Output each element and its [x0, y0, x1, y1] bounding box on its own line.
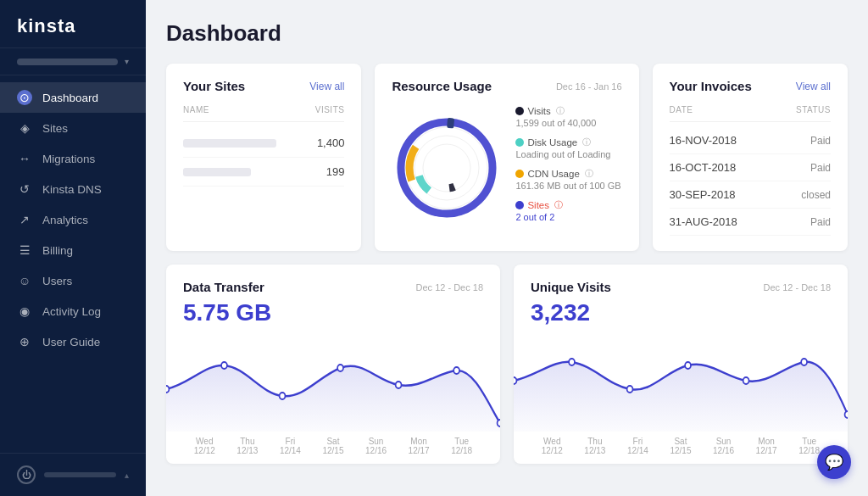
disk-dot [515, 138, 524, 147]
invoices-title: Your Invoices [670, 79, 752, 93]
sidebar-item-label: User Guide [42, 336, 100, 348]
data-transfer-value: 5.75 GB [183, 299, 483, 326]
unique-visits-value: 3,232 [531, 299, 831, 326]
resource-legend: Visits ⓘ 1,599 out of 40,000 Disk Usage … [515, 105, 621, 231]
analytics-icon: ↗ [17, 212, 32, 227]
migrations-icon: ↔ [17, 151, 32, 166]
svg-point-19 [685, 362, 691, 369]
sites-table-header: NAME VISITS [183, 105, 344, 122]
invoice-status-1: Paid [810, 135, 831, 147]
data-transfer-title: Data Transfer [183, 280, 264, 294]
cdn-dot [515, 170, 524, 178]
sites-dot [515, 201, 524, 209]
invoices-table-header: DATE STATUS [670, 105, 831, 122]
your-sites-view-all[interactable]: View all [309, 81, 344, 92]
sidebar-item-sites[interactable]: ◈ Sites [0, 113, 146, 143]
sidebar-item-dashboard[interactable]: ⊙ Dashboard [0, 82, 146, 113]
invoice-row-1: 16-NOV-2018 Paid [670, 127, 831, 154]
legend-cdn: CDN Usage ⓘ 161.36 MB out of 100 GB [515, 168, 621, 191]
resource-content: Visits ⓘ 1,599 out of 40,000 Disk Usage … [392, 105, 621, 231]
sidebar-item-label: Migrations [42, 153, 95, 165]
invoice-date-2: 16-OCT-2018 [670, 161, 737, 174]
page-title: Dashboard [166, 20, 848, 47]
legend-sites-value: 2 out of 2 [515, 212, 621, 222]
svg-point-17 [569, 359, 575, 365]
chart-label: Tue12/18 [451, 437, 472, 455]
data-transfer-chart [166, 330, 500, 432]
svg-point-6 [418, 139, 476, 197]
invoices-view-all[interactable]: View all [796, 81, 831, 92]
account-selector[interactable]: ▾ [0, 48, 146, 75]
account-chevron-icon: ▾ [125, 57, 129, 66]
sidebar-item-kinsta-dns[interactable]: ↺ Kinsta DNS [0, 174, 146, 204]
sidebar-item-analytics[interactable]: ↗ Analytics [0, 204, 146, 235]
power-button[interactable]: ⏻ [17, 465, 36, 484]
svg-point-20 [743, 377, 749, 384]
svg-point-15 [498, 420, 500, 426]
your-sites-header: Your Sites View all [183, 79, 344, 93]
legend-visits-value: 1,599 out of 40,000 [515, 118, 621, 128]
legend-disk-label: Disk Usage ⓘ [515, 137, 621, 148]
sidebar-item-billing[interactable]: ☰ Billing [0, 235, 146, 265]
chart-label: Tue12/18 [798, 437, 820, 455]
legend-disk-value: Loading out of Loading [515, 149, 621, 159]
sidebar: kinsta ▾ ⊙ Dashboard ◈ Sites ↔ Migration… [0, 0, 146, 496]
data-transfer-header: Data Transfer Dec 12 - Dec 18 [183, 280, 483, 294]
legend-cdn-value: 161.36 MB out of 100 GB [515, 181, 621, 191]
chart-label: Thu12/13 [584, 437, 605, 455]
unique-visits-header: Unique Visits Dec 12 - Dec 18 [531, 280, 831, 294]
unique-visits-chart [514, 330, 848, 432]
svg-point-9 [166, 386, 169, 393]
svg-point-21 [801, 359, 807, 365]
your-invoices-card: Your Invoices View all DATE STATUS 16-NO… [653, 64, 848, 251]
chart-label: Sun12/16 [713, 437, 734, 455]
data-transfer-labels: Wed12/12 Thu12/13 Fri12/14 Sat12/15 Sun1… [183, 432, 483, 464]
svg-point-5 [409, 131, 484, 205]
chart-label: Thu12/13 [236, 437, 258, 455]
invoice-date-4: 31-AUG-2018 [670, 215, 737, 228]
legend-cdn-label: CDN Usage ⓘ [515, 168, 621, 180]
account-name-bar [17, 59, 118, 65]
user-guide-icon: ⊕ [17, 334, 32, 349]
site-visits-1: 1,400 [317, 137, 345, 149]
footer-account-bar [44, 472, 116, 477]
chat-bubble-button[interactable]: 💬 [817, 445, 851, 479]
site-row: 199 [183, 158, 344, 187]
top-cards-row: Your Sites View all NAME VISITS 1,400 19… [166, 64, 848, 251]
resource-usage-header: Resource Usage Dec 16 - Jan 16 [392, 79, 621, 93]
sidebar-item-label: Dashboard [42, 92, 98, 104]
sites-icon: ◈ [17, 120, 32, 136]
chart-label: Sat12/15 [670, 437, 691, 455]
chart-label: Wed12/12 [542, 437, 563, 455]
donut-svg [392, 113, 502, 223]
legend-sites-label: Sites ⓘ [515, 199, 621, 211]
site-row: 1,400 [183, 129, 344, 158]
main-content: Dashboard Your Sites View all NAME VISIT… [146, 0, 868, 496]
sidebar-item-activity-log[interactable]: ◉ Activity Log [0, 296, 146, 326]
legend-disk: Disk Usage ⓘ Loading out of Loading [515, 137, 621, 159]
your-sites-card: Your Sites View all NAME VISITS 1,400 19… [166, 64, 361, 251]
svg-point-11 [280, 393, 286, 399]
sidebar-item-label: Sites [42, 122, 68, 135]
sidebar-item-user-guide[interactable]: ⊕ User Guide [0, 326, 146, 357]
svg-point-16 [514, 377, 516, 384]
svg-point-22 [845, 411, 848, 418]
svg-point-7 [426, 148, 467, 188]
invoices-col-date: DATE [670, 105, 693, 114]
sites-col-name: NAME [183, 105, 209, 114]
users-icon: ☺ [17, 273, 32, 288]
chart-label: Wed12/12 [194, 437, 215, 455]
legend-visits-label: Visits ⓘ [515, 105, 621, 117]
resource-usage-title: Resource Usage [392, 79, 492, 93]
footer-chevron-icon: ▴ [125, 471, 129, 480]
sidebar-item-migrations[interactable]: ↔ Migrations [0, 143, 146, 174]
unique-visits-date: Dec 12 - Dec 18 [764, 282, 831, 293]
svg-point-14 [453, 367, 459, 374]
dashboard-icon: ⊙ [17, 90, 32, 105]
invoice-status-2: Paid [810, 162, 831, 174]
invoice-row-2: 16-OCT-2018 Paid [670, 154, 831, 181]
sidebar-item-users[interactable]: ☺ Users [0, 265, 146, 296]
unique-visits-labels: Wed12/12 Thu12/13 Fri12/14 Sat12/15 Sun1… [531, 432, 831, 464]
sidebar-item-label: Activity Log [42, 305, 101, 318]
invoices-col-status: STATUS [796, 105, 831, 114]
